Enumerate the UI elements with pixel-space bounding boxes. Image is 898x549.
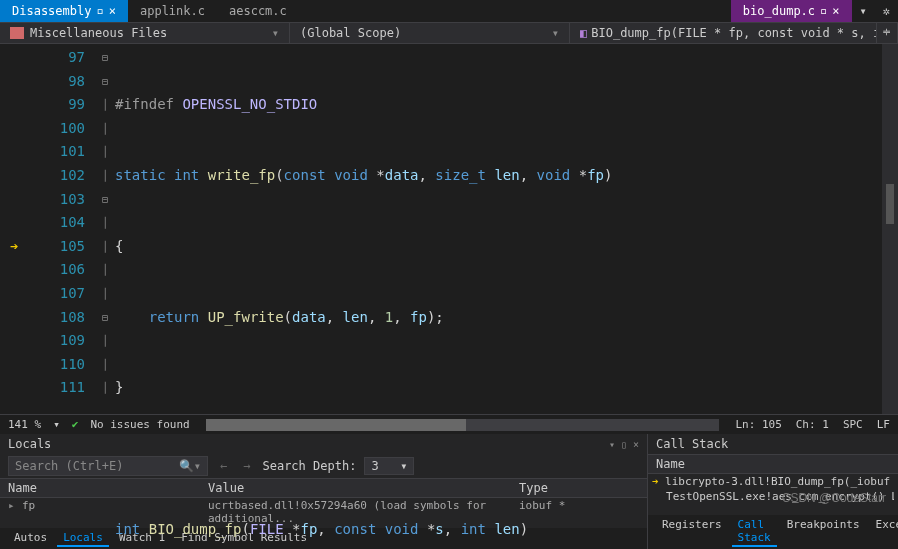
chevron-down-icon: ▾ [272, 26, 279, 40]
tab-applink[interactable]: applink.c [128, 0, 217, 22]
project-selector[interactable]: Miscellaneous Files▾ [0, 23, 290, 43]
navigation-bar: Miscellaneous Files▾ (Global Scope)▾ ◧BI… [0, 22, 898, 44]
code-editor[interactable]: ➔ 97989910010110210310410510610710810911… [0, 44, 898, 414]
zoom-level[interactable]: 141 % [8, 418, 41, 431]
tab-biodump[interactable]: bio_dump.c▫× [731, 0, 852, 22]
fold-toggle[interactable]: ⊟ [95, 306, 115, 330]
tab-aesccm[interactable]: aesccm.c [217, 0, 299, 22]
fold-toggle[interactable]: ⊟ [95, 188, 115, 212]
fold-column: ⊟⊟││││⊟││││⊟│││ [95, 44, 115, 414]
project-icon [10, 27, 24, 39]
line-number-gutter: 9798991001011021031041051061071081091101… [0, 44, 95, 414]
tab-autos[interactable]: Autos [8, 530, 53, 547]
execution-pointer-icon: ➔ [10, 238, 18, 254]
vertical-scrollbar[interactable] [882, 44, 898, 414]
pin-icon[interactable]: ▫ [96, 4, 103, 18]
split-icon[interactable]: ⫩ [877, 23, 898, 43]
scrollbar-thumb[interactable] [206, 419, 466, 431]
function-icon: ◧ [580, 26, 587, 40]
gear-icon[interactable]: ✲ [875, 1, 898, 21]
chevron-down-icon: ▾ [552, 26, 559, 40]
fold-toggle[interactable]: ⊟ [95, 46, 115, 70]
close-icon[interactable]: × [832, 4, 839, 18]
scope-selector[interactable]: (Global Scope)▾ [290, 23, 570, 43]
chevron-down-icon[interactable]: ▾ [852, 1, 875, 21]
horizontal-scrollbar[interactable] [206, 419, 720, 431]
watermark: CSDN @CodeStarr [782, 491, 886, 505]
code-area[interactable]: #ifndef OPENSSL_NO_STDIO static int writ… [115, 44, 882, 414]
scrollbar-thumb[interactable] [886, 184, 894, 224]
expand-icon[interactable]: ▸ [8, 499, 22, 525]
zoom-chevron-icon[interactable]: ▾ [53, 418, 60, 431]
tab-locals[interactable]: Locals [57, 530, 109, 547]
function-selector[interactable]: ◧BIO_dump_fp(FILE * fp, const void * s, … [570, 23, 877, 43]
check-icon: ✔ [72, 418, 79, 431]
close-icon[interactable]: × [109, 4, 116, 18]
pin-icon[interactable]: ▫ [820, 4, 827, 18]
tab-disassembly[interactable]: Disassembly▫× [0, 0, 128, 22]
tab-bar: Disassembly▫× applink.c aesccm.c bio_dum… [0, 0, 898, 22]
fold-toggle[interactable]: ⊟ [95, 70, 115, 94]
